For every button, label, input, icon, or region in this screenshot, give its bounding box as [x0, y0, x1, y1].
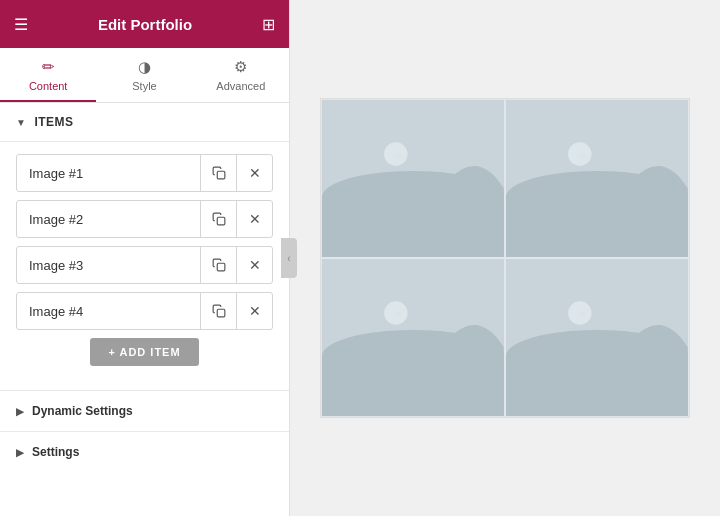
svg-point-7 [568, 142, 592, 166]
item-3-duplicate-button[interactable] [200, 247, 236, 283]
item-1-label: Image #1 [17, 166, 200, 181]
grid-icon[interactable]: ⊞ [262, 15, 275, 34]
svg-rect-4 [322, 100, 504, 257]
item-4-delete-button[interactable]: ✕ [236, 293, 272, 329]
svg-rect-2 [217, 263, 225, 271]
dynamic-settings-label: Dynamic Settings [32, 404, 133, 418]
svg-rect-8 [322, 259, 504, 416]
settings-arrow-icon: ▶ [16, 447, 24, 458]
item-4-label: Image #4 [17, 304, 200, 319]
item-4-duplicate-button[interactable] [200, 293, 236, 329]
item-1-delete-button[interactable]: ✕ [236, 155, 272, 191]
portfolio-preview-item-4 [505, 258, 689, 417]
item-1-duplicate-button[interactable] [200, 155, 236, 191]
dynamic-settings-arrow-icon: ▶ [16, 406, 24, 417]
settings-header[interactable]: ▶ Settings [0, 432, 289, 472]
tab-advanced[interactable]: ⚙ Advanced [193, 48, 289, 102]
menu-icon[interactable]: ☰ [14, 15, 28, 34]
svg-rect-0 [217, 171, 225, 179]
item-row: Image #2 ✕ [16, 200, 273, 238]
portfolio-preview-item-2 [505, 99, 689, 258]
tab-advanced-label: Advanced [216, 80, 265, 92]
items-section-header[interactable]: ▼ Items [0, 103, 289, 142]
portfolio-preview-item-3 [321, 258, 505, 417]
item-2-label: Image #2 [17, 212, 200, 227]
settings-section: ▶ Settings [0, 431, 289, 472]
item-row: Image #4 ✕ [16, 292, 273, 330]
item-3-delete-button[interactable]: ✕ [236, 247, 272, 283]
add-item-button[interactable]: + ADD ITEM [90, 338, 198, 366]
advanced-tab-icon: ⚙ [234, 58, 247, 76]
items-list: Image #1 ✕ Image #2 ✕ Image #3 [0, 142, 289, 390]
svg-point-5 [384, 142, 408, 166]
portfolio-grid-preview [320, 98, 690, 418]
item-row: Image #1 ✕ [16, 154, 273, 192]
tab-style-label: Style [132, 80, 156, 92]
tab-content[interactable]: ✏ Content [0, 48, 96, 102]
svg-rect-6 [506, 100, 688, 257]
item-3-label: Image #3 [17, 258, 200, 273]
svg-rect-1 [217, 217, 225, 225]
dynamic-settings-header[interactable]: ▶ Dynamic Settings [0, 391, 289, 431]
settings-label: Settings [32, 445, 79, 459]
item-2-duplicate-button[interactable] [200, 201, 236, 237]
dynamic-settings-section: ▶ Dynamic Settings [0, 390, 289, 431]
svg-rect-3 [217, 309, 225, 317]
items-section-label: Items [34, 115, 73, 129]
items-arrow-icon: ▼ [16, 117, 26, 128]
main-canvas [290, 0, 720, 516]
sidebar-title: Edit Portfolio [98, 16, 192, 33]
svg-rect-10 [506, 259, 688, 416]
tab-content-label: Content [29, 80, 68, 92]
sidebar-header: ☰ Edit Portfolio ⊞ [0, 0, 289, 48]
sidebar: ☰ Edit Portfolio ⊞ ✏ Content ◑ Style ⚙ A… [0, 0, 290, 516]
svg-point-11 [568, 301, 592, 325]
svg-point-9 [384, 301, 408, 325]
tab-bar: ✏ Content ◑ Style ⚙ Advanced [0, 48, 289, 103]
style-tab-icon: ◑ [138, 58, 151, 76]
content-tab-icon: ✏ [42, 58, 55, 76]
tab-style[interactable]: ◑ Style [96, 48, 192, 102]
item-row: Image #3 ✕ [16, 246, 273, 284]
item-2-delete-button[interactable]: ✕ [236, 201, 272, 237]
portfolio-preview-item-1 [321, 99, 505, 258]
resize-handle[interactable]: ‹ [281, 238, 297, 278]
sidebar-content: ▼ Items Image #1 ✕ Image #2 [0, 103, 289, 516]
